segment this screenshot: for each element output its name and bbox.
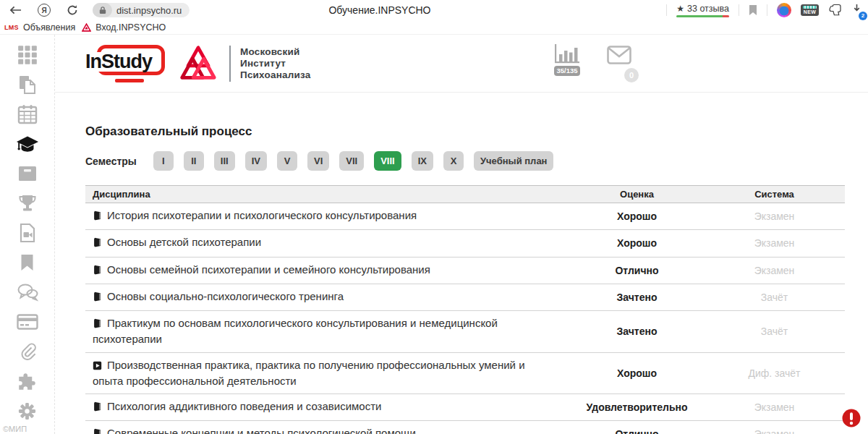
collections-button[interactable] <box>828 4 842 17</box>
instudy-logo[interactable]: InStudy <box>85 43 166 85</box>
hand-icon <box>828 4 842 17</box>
grade-value: Зачтено <box>570 326 704 337</box>
discipline-name: Психология аддиктивного поведения и соза… <box>107 400 381 412</box>
institute-name: МосковскийИнститутПсихоанализа <box>240 46 310 81</box>
lock-icon[interactable] <box>93 3 112 17</box>
table-row: Практикум по основам психологического ко… <box>85 311 845 353</box>
system-value: Зачёт <box>704 326 845 337</box>
documents-icon <box>18 75 37 95</box>
semester-tab-IX[interactable]: IX <box>412 151 433 171</box>
yandex-button[interactable]: Я <box>38 4 51 17</box>
semester-tab-V[interactable]: V <box>277 151 297 171</box>
back-arrow-icon <box>9 6 22 14</box>
mail-button[interactable]: 0 <box>607 46 631 76</box>
semester-tab-Учебный план[interactable]: Учебный план <box>474 151 553 171</box>
archive-box-icon <box>17 165 38 182</box>
mail-icon <box>607 46 631 64</box>
sidebar-item-chat[interactable] <box>14 282 41 302</box>
semester-tab-VIII[interactable]: VIII <box>374 151 401 171</box>
download-button[interactable]: 2 <box>851 4 862 17</box>
sidebar-item-gear[interactable] <box>14 401 41 421</box>
discipline-cell[interactable]: Основы детской психотерапии <box>85 230 570 256</box>
book-icon <box>93 401 102 415</box>
sidebar-item-calendar[interactable] <box>14 104 41 124</box>
semesters-row: Семестры IIIIIIIVVVIVIIVIIIIXXУчебный пл… <box>85 151 845 171</box>
sidebar: ©МИП <box>0 35 55 434</box>
semesters-label: Семестры <box>85 156 137 167</box>
bar-chart-icon <box>554 43 580 64</box>
sidebar-item-bookmark[interactable] <box>14 252 41 273</box>
grade-value: Хорошо <box>570 210 704 222</box>
discipline-cell[interactable]: Производственная практика, практика по п… <box>85 353 570 394</box>
semester-tabs: IIIIIIIVVVIVIIVIIIIXXУчебный план <box>153 151 554 171</box>
address-bar[interactable]: dist.inpsycho.ru <box>93 3 190 17</box>
sidebar-item-graduation-cap[interactable] <box>14 134 41 154</box>
puzzle-icon <box>17 372 37 391</box>
sidebar-item-credit-card[interactable] <box>14 312 41 332</box>
grade-value: Отлично <box>570 428 704 434</box>
system-value: Экзамен <box>704 237 845 249</box>
discipline-name: История психотерапии и психологического … <box>107 209 417 221</box>
table-row: Основы детской психотерапииХорошоЭкзамен <box>85 230 845 257</box>
semester-tab-II[interactable]: II <box>184 151 204 171</box>
semester-tab-VI[interactable]: VI <box>307 151 329 171</box>
system-value: Зачёт <box>704 292 845 303</box>
toolbar-divider <box>767 4 767 16</box>
sidebar-item-trophy[interactable] <box>14 193 41 213</box>
progress-chart-button[interactable]: 35/135 <box>554 43 580 76</box>
table-row: Основы социально-психологического тренин… <box>85 284 845 311</box>
discipline-cell[interactable]: Современные концепции и методы психологи… <box>85 421 570 434</box>
semester-tab-III[interactable]: III <box>214 151 235 171</box>
column-grade: Оценка <box>570 189 704 200</box>
discipline-cell[interactable]: Практикум по основам психологического ко… <box>85 311 570 352</box>
alert-icon[interactable] <box>842 409 861 427</box>
site-header: InStudy МосковскийИнститутПсихоанализа <box>55 35 868 93</box>
mail-badge: 0 <box>624 68 639 82</box>
mip-logo-icon[interactable] <box>177 44 219 83</box>
bookmark-label: Вход.INPSYCHO <box>95 22 166 33</box>
toolbar-divider <box>666 4 667 16</box>
semester-tab-X[interactable]: X <box>443 151 464 171</box>
book-icon <box>93 427 102 434</box>
semester-tab-IV[interactable]: IV <box>245 151 267 171</box>
discipline-cell[interactable]: История психотерапии и психологического … <box>85 203 570 229</box>
reviews-widget[interactable]: ★ 33 отзыва <box>676 4 729 17</box>
star-icon: ★ <box>676 4 684 14</box>
semester-tab-I[interactable]: I <box>153 151 174 171</box>
profile-avatar[interactable] <box>777 3 791 17</box>
sidebar-item-video-file[interactable] <box>14 223 41 243</box>
paperclip-icon <box>19 342 36 361</box>
credit-card-icon <box>17 314 38 330</box>
bookmark-icon <box>20 253 35 272</box>
grades-table: Дисциплина Оценка Система История психот… <box>85 185 845 434</box>
sidebar-item-grid[interactable] <box>14 45 41 65</box>
reload-button[interactable] <box>67 4 78 16</box>
system-value: Экзамен <box>704 210 845 222</box>
sidebar-footer: ©МИП <box>3 425 27 433</box>
institute-name-line: Институт <box>240 58 310 69</box>
progress-badge: 35/135 <box>554 66 579 76</box>
video-file-icon <box>19 223 36 243</box>
back-button[interactable] <box>9 6 22 14</box>
book-icon <box>93 264 102 278</box>
monitor-stand-icon <box>115 79 144 82</box>
discipline-cell[interactable]: Психология аддиктивного поведения и соза… <box>85 394 570 420</box>
sidebar-item-archive-box[interactable] <box>14 163 41 184</box>
grid-icon <box>17 45 38 65</box>
bookmark-item-announcements[interactable]: LMS Объявления <box>4 22 75 33</box>
new-feature-button[interactable]: NEW <box>801 4 819 16</box>
table-row: Производственная практика, практика по п… <box>85 353 845 395</box>
sidebar-item-paperclip[interactable] <box>14 341 41 362</box>
grade-value: Хорошо <box>570 367 704 379</box>
discipline-cell[interactable]: Основы семейной психотерапии и семейного… <box>85 258 570 284</box>
book-icon <box>93 318 102 332</box>
sidebar-item-puzzle[interactable] <box>14 371 41 391</box>
table-row: Основы семейной психотерапии и семейного… <box>85 258 845 284</box>
bookmark-flag-button[interactable] <box>749 4 757 16</box>
sidebar-item-documents[interactable] <box>14 75 41 95</box>
mip-triangle-icon <box>82 23 91 32</box>
semester-tab-VII[interactable]: VII <box>339 151 364 171</box>
discipline-cell[interactable]: Основы социально-психологического тренин… <box>85 284 570 310</box>
calendar-icon <box>17 104 38 124</box>
bookmark-item-login[interactable]: Вход.INPSYCHO <box>82 22 166 33</box>
